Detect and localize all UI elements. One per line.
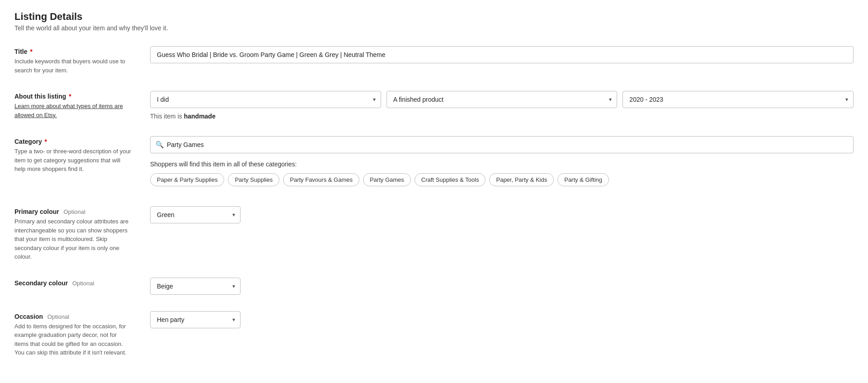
handmade-text: This item is handmade <box>150 113 854 120</box>
about-desc-link[interactable]: Learn more about what types of items are… <box>14 103 123 118</box>
what-is-it-select[interactable]: A finished product A supply or tool to m… <box>387 91 618 108</box>
primary-colour-label-col: Primary colour Optional Primary and seco… <box>14 204 132 261</box>
primary-colour-select[interactable]: Green Blue Red Yellow White Black Pink P… <box>150 206 241 223</box>
category-tag-party-supplies: Party Supplies <box>228 173 279 186</box>
about-label-col: About this listing * Learn more about wh… <box>14 89 132 120</box>
title-label-col: Title * Include keywords that buyers wou… <box>14 44 132 75</box>
occasion-select[interactable]: Hen party Birthday Wedding Baby shower G… <box>150 311 241 328</box>
category-tag-paper-party-kids: Paper, Party & Kids <box>489 173 554 186</box>
category-search-wrapper: 🔍 <box>150 136 854 153</box>
category-tag-party-games: Party Games <box>363 173 411 186</box>
category-label-col: Category * Type a two- or three-word des… <box>14 134 132 190</box>
page-subtitle: Tell the world all about your item and w… <box>14 24 854 32</box>
title-input[interactable] <box>150 46 854 63</box>
primary-colour-input-col: Green Blue Red Yellow White Black Pink P… <box>150 204 854 261</box>
title-desc: Include keywords that buyers would use t… <box>14 57 132 75</box>
secondary-colour-label: Secondary colour Optional <box>14 279 132 287</box>
about-desc: Learn more about what types of items are… <box>14 102 132 119</box>
secondary-colour-label-col: Secondary colour Optional <box>14 276 132 295</box>
occasion-desc: Add to items designed for the occasion, … <box>14 322 132 357</box>
primary-colour-desc: Primary and secondary colour attributes … <box>14 217 132 261</box>
occasion-label: Occasion Optional <box>14 313 132 320</box>
when-made-select[interactable]: 2020 - 2023 2010 - 2019 Before 2010 2024 <box>623 91 854 108</box>
secondary-colour-select[interactable]: Beige Green Blue Red Yellow White Black … <box>150 278 241 295</box>
category-label: Category * <box>14 138 132 145</box>
page-title: Listing Details <box>14 11 854 23</box>
title-input-col <box>150 44 854 75</box>
secondary-colour-input-col: Beige Green Blue Red Yellow White Black … <box>150 276 854 295</box>
category-input-col: 🔍 Shoppers will find this item in all of… <box>150 134 854 190</box>
category-desc: Type a two- or three-word description of… <box>14 147 132 174</box>
search-icon: 🔍 <box>156 141 164 149</box>
about-input-col: I did A member of my shop Another compan… <box>150 89 854 120</box>
occasion-label-col: Occasion Optional Add to items designed … <box>14 309 132 357</box>
secondary-colour-wrapper: Beige Green Blue Red Yellow White Black … <box>150 278 241 295</box>
category-tag-craft-supplies: Craft Supplies & Tools <box>415 173 486 186</box>
categories-label: Shoppers will find this item in all of t… <box>150 161 854 168</box>
about-label: About this listing * <box>14 93 132 100</box>
category-tag-paper-party: Paper & Party Supplies <box>150 173 224 186</box>
primary-colour-label: Primary colour Optional <box>14 208 132 215</box>
what-is-it-wrapper: A finished product A supply or tool to m… <box>387 91 618 108</box>
title-label: Title * <box>14 48 132 55</box>
primary-colour-wrapper: Green Blue Red Yellow White Black Pink P… <box>150 206 241 223</box>
category-search-input[interactable] <box>150 136 854 153</box>
about-select-row: I did A member of my shop Another compan… <box>150 91 854 108</box>
category-tags: Paper & Party Supplies Party Supplies Pa… <box>150 173 854 186</box>
occasion-input-col: Hen party Birthday Wedding Baby shower G… <box>150 309 854 357</box>
when-made-wrapper: 2020 - 2023 2010 - 2019 Before 2010 2024… <box>623 91 854 108</box>
who-made-select[interactable]: I did A member of my shop Another compan… <box>150 91 381 108</box>
occasion-wrapper: Hen party Birthday Wedding Baby shower G… <box>150 311 241 328</box>
category-tag-party-gifting: Party & Gifting <box>557 173 609 186</box>
who-made-wrapper: I did A member of my shop Another compan… <box>150 91 381 108</box>
category-tag-party-favours: Party Favours & Games <box>283 173 359 186</box>
